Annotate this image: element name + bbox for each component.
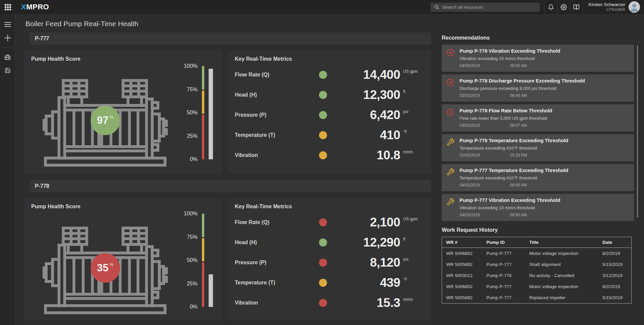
recommendation-desc: Vibration exceeding 15 mm/s threshold [460, 56, 560, 61]
health-card-title: Pump Health Score [31, 204, 215, 210]
wrench-icon [446, 138, 454, 158]
cell-title: No activity - Cancelled [525, 270, 598, 281]
work-request-table: WR # Pump ID Title Date WR 5006852 Pump … [442, 237, 632, 304]
recommendation-title: Pump P-777 Vibration Exceeding Threshold [460, 198, 560, 203]
recommendation-card[interactable]: Pump P-778 Flow Rate Below Threshold Flo… [442, 104, 634, 131]
column-header: Title [525, 237, 598, 248]
cell-wr-number: WR 5003012 [442, 270, 482, 281]
metric-row: Flow Rate (Q) 2,100 US gpm [235, 212, 424, 232]
docs-book-icon[interactable] [570, 0, 583, 14]
metrics-card-p778: Key Real-Time Metrics Flow Rate (Q) 2,10… [228, 198, 431, 321]
metric-unit: US gpm [400, 69, 424, 74]
metric-row: Head (H) 12,300 ft [235, 85, 424, 105]
circle-x-icon [446, 108, 454, 128]
table-header-row: WR # Pump ID Title Date [442, 237, 631, 248]
recommendations-title: Recommendations [442, 35, 638, 41]
divider [583, 0, 583, 14]
status-dot [319, 151, 327, 159]
cell-date: 5/15/2019 [598, 259, 631, 270]
xmpro-logo[interactable]: XMPRO [21, 3, 49, 11]
metric-row: Vibration 15.3 mm/s [235, 293, 424, 313]
recommendation-time: 09:50 AM [510, 213, 527, 217]
metric-label: Head (H) [235, 239, 319, 246]
status-dot [319, 71, 327, 79]
recommendation-card[interactable]: Pump P-777 Temperature Exceeding Thresho… [442, 164, 634, 191]
metric-label: Temperature (T) [235, 280, 319, 286]
user-menu[interactable]: Kirsten Schwarzer LITEUSER [588, 2, 625, 12]
metric-value: 2,100 [327, 215, 400, 229]
gauge-scale-bar [202, 214, 204, 307]
metric-unit: ft [400, 89, 424, 94]
health-score-card-p778: Pump Health Score 35 % [24, 198, 222, 321]
percent-sign: % [109, 114, 113, 119]
gauge-scale-bar [202, 66, 204, 159]
health-card-title: Pump Health Score [31, 56, 215, 62]
percent-sign: % [109, 262, 113, 267]
recommendation-desc: Discharge pressure exceeding 8,000 psi t… [460, 86, 585, 91]
recommendations-scrollbar[interactable] [637, 45, 638, 218]
recommendation-card[interactable]: Pump P-778 Vibration Exceeding Threshold… [442, 45, 634, 72]
app-launcher-icon[interactable] [5, 4, 11, 10]
recommendation-date: 04/03/2019 [460, 213, 510, 217]
briefcase-icon[interactable] [0, 51, 15, 63]
sidebar-separator [0, 48, 15, 48]
recommendation-meta: 04/03/2019 09:50 AM [460, 183, 568, 187]
health-score-badge: 97 % [91, 106, 120, 135]
table-row[interactable]: WR 5005892 Pump P-777 Shaft alignment 5/… [442, 259, 631, 270]
recommendation-time: 15:33 PM [510, 153, 527, 158]
metric-value: 8,120 [327, 256, 400, 270]
metric-label: Vibration [235, 300, 319, 306]
global-search[interactable] [431, 3, 540, 12]
pump-illustration: 97 % [31, 62, 182, 166]
table-row[interactable]: WR 5006852 Pump P-777 Motor voltage insp… [442, 248, 631, 259]
recommendation-desc: Flow rate lower than 5,000 US gpm thresh… [460, 116, 552, 121]
avatar[interactable] [629, 1, 640, 13]
settings-gear-icon[interactable] [557, 0, 570, 14]
metric-value: 12,290 [327, 235, 400, 250]
table-row[interactable]: WR 5006852 Pump P-777 Motor voltage insp… [442, 281, 631, 292]
menu-icon[interactable] [0, 19, 15, 30]
metric-label: Temperature (T) [235, 132, 319, 138]
status-dot [319, 218, 327, 226]
recommendation-date: 04/03/2019 [460, 183, 510, 187]
wrench-icon [446, 198, 454, 217]
gauge-labels: 100% 75% 50% 25% 0% [182, 214, 198, 307]
cell-title: Motor voltage inspection [525, 248, 598, 259]
metric-value: 410 [327, 128, 400, 142]
recommendation-card[interactable]: Pump P-777 Vibration Exceeding Threshold… [442, 194, 634, 221]
save-icon[interactable] [0, 65, 15, 76]
cell-pump-id: Pump P-777 [482, 292, 525, 303]
metric-row: Pressure (P) 6,420 psi [235, 105, 424, 125]
status-dot [319, 279, 327, 287]
gauge-value-bar [209, 274, 213, 307]
recommendation-desc: Temperature exceeding 410°F threshold [460, 175, 568, 180]
recommendation-card[interactable]: Pump P-778 Discharge Pressure Exceeding … [442, 74, 634, 102]
column-header: WR # [442, 237, 482, 248]
recommendation-desc: Vibration exceeding 10 mm/s threshold [460, 205, 560, 210]
section-header-p777: P-777 [30, 33, 431, 45]
recommendation-title: Pump P-778 Flow Rate Below Threshold [460, 108, 552, 113]
status-dot [319, 111, 327, 119]
column-header: Date [598, 237, 631, 248]
logo-x-glyph: X [21, 3, 26, 11]
table-row[interactable]: WR 5003012 Pump P-778 No activity - Canc… [442, 270, 631, 281]
cell-date: 5/15/2019 [598, 292, 631, 303]
cell-wr-number: WR 5006852 [442, 281, 482, 292]
right-panel: Recommendations [442, 33, 638, 325]
recommendation-date: 04/03/2019 [460, 63, 510, 68]
cell-title: Replaced impeller [525, 292, 598, 303]
metrics-card-title: Key Real-Time Metrics [235, 204, 424, 210]
notifications-bell-icon[interactable] [545, 0, 557, 14]
cell-pump-id: Pump P-777 [482, 259, 525, 270]
recommendation-meta: 03/03/2019 08:07 AM [460, 123, 552, 128]
table-row[interactable]: WR 5005892 Pump P-777 Replaced impeller … [442, 292, 631, 303]
recommendation-card[interactable]: Pump P-778 Temperature Exceeding Thresho… [442, 134, 634, 161]
pump-illustration: 35 % [31, 210, 182, 314]
health-score-badge: 35 % [91, 253, 120, 283]
search-input[interactable] [442, 5, 536, 10]
metric-unit: mm/s [400, 297, 424, 302]
metric-row: Pressure (P) 8,120 psi [235, 253, 424, 273]
user-name: Kirsten Schwarzer [588, 2, 625, 8]
status-dot [319, 238, 327, 247]
plus-icon[interactable] [0, 32, 15, 44]
